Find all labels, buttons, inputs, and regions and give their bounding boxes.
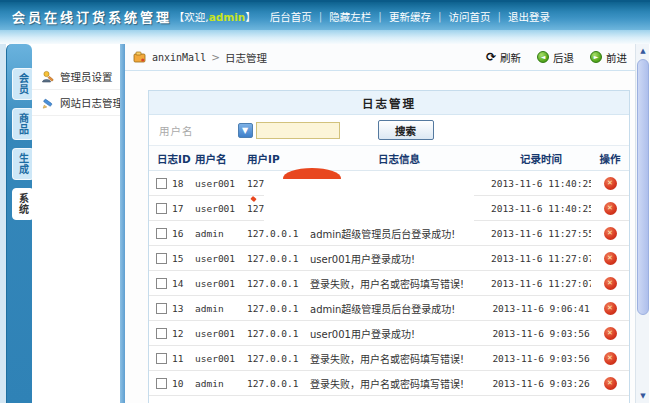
log-id: 13 — [172, 303, 183, 314]
table-row: 11 user001 127.0.0.1 登录失败，用户名或密码填写错误! 20… — [149, 346, 629, 371]
home-icon — [133, 51, 147, 64]
nav-link-update-cache[interactable]: 更新缓存 — [389, 9, 431, 24]
forward-icon: ► — [590, 51, 602, 63]
log-username: admin — [195, 303, 247, 314]
back-icon: ◄ — [537, 51, 549, 63]
row-checkbox[interactable] — [156, 378, 167, 389]
field-dropdown-button[interactable]: ▼ — [238, 123, 253, 138]
row-checkbox[interactable] — [156, 253, 167, 264]
log-record-time: 2013-11-6 9:03:56 — [491, 328, 591, 339]
scroll-up-arrow-icon[interactable]: ▲ — [637, 45, 649, 57]
welcome-username: admin — [209, 11, 246, 23]
top-nav: 【欢迎,admin】 后台首页 | 隐藏左栏 | 更新缓存 | 访问首页 | 退… — [174, 9, 650, 24]
breadcrumb-separator: > — [211, 51, 220, 63]
log-username: user001 — [195, 253, 247, 264]
delete-icon[interactable]: ✕ — [604, 352, 617, 365]
nav-link-logout[interactable]: 退出登录 — [508, 9, 550, 24]
delete-icon[interactable]: ✕ — [604, 327, 617, 340]
nav-separator: | — [319, 10, 323, 22]
menu-item-site-log-management[interactable]: 网站日志管理 — [32, 90, 120, 116]
col-header-log-info: 日志信息 — [307, 151, 491, 166]
log-message: user001用户登录成功! — [307, 251, 491, 266]
forward-button[interactable]: ► 前进 — [590, 50, 627, 65]
delete-icon[interactable]: ✕ — [604, 277, 617, 290]
top-bar: 会员在线订货系统管理 【欢迎,admin】 后台首页 | 隐藏左栏 | 更新缓存… — [0, 0, 650, 30]
vertical-scrollbar[interactable]: ▲ ▼ — [635, 44, 649, 403]
log-id: 11 — [172, 353, 183, 364]
log-record-time: 2013-11-6 9:03:56 — [491, 353, 591, 364]
site-log-pencil-icon — [41, 96, 55, 110]
col-header-user-ip: 用户IP — [247, 151, 307, 166]
back-button[interactable]: ◄ 后退 — [537, 50, 574, 65]
log-message: admin超级管理员后台登录成功! — [307, 226, 491, 241]
log-ip: 127.0.0.1 — [247, 228, 307, 239]
col-header-operation: 操作 — [591, 151, 629, 166]
row-checkbox[interactable] — [156, 303, 167, 314]
log-id: 16 — [172, 228, 183, 239]
delete-icon[interactable]: ✕ — [604, 177, 617, 190]
col-header-record-time: 记录时间 — [491, 151, 591, 166]
refresh-button[interactable]: ⟳ 刷新 — [486, 50, 521, 65]
log-record-time: 2013-11-6 9:03:26 — [491, 378, 591, 389]
log-username: user001 — [195, 278, 247, 289]
log-id: 17 — [172, 203, 183, 214]
log-management-panel: 日志管理 用户名 ▼ 搜索 日志ID 用户名 用户IP 日志信息 记录时间 操作… — [148, 90, 630, 403]
table-row: 16 admin 127.0.0.1 admin超级管理员后台登录成功! 201… — [149, 221, 629, 246]
log-username: user001 — [195, 178, 247, 189]
log-message: 登录失败，用户名或密码填写错误! — [307, 376, 491, 391]
username-field-label: 用户名 — [159, 123, 194, 138]
sidebar-tab-rail: 会员 商品 生成 系统 — [6, 44, 32, 403]
table-row: 14 user001 127.0.0.1 登录失败，用户名或密码填写错误! 20… — [149, 271, 629, 296]
row-checkbox[interactable] — [156, 328, 167, 339]
row-checkbox[interactable] — [156, 178, 167, 189]
menu-item-admin-settings[interactable]: 管理员设置 — [32, 64, 120, 90]
menu-item-label: 管理员设置 — [60, 69, 113, 84]
search-button[interactable]: 搜索 — [378, 120, 434, 140]
sidebar-tab-members[interactable]: 会员 — [12, 68, 34, 100]
table-row: 13 admin 127.0.0.1 admin超级管理员后台登录成功! 201… — [149, 296, 629, 321]
delete-icon[interactable]: ✕ — [604, 227, 617, 240]
log-ip: 127.0.0.1 — [247, 378, 307, 389]
log-ip: 127.0.0.1 — [247, 278, 307, 289]
nav-link-hide-sidebar[interactable]: 隐藏左栏 — [329, 9, 371, 24]
table-row: 15 user001 127.0.0.1 user001用户登录成功! 2013… — [149, 246, 629, 271]
breadcrumb-page: 日志管理 — [225, 50, 267, 65]
col-header-username: 用户名 — [195, 151, 247, 166]
welcome-text: 【欢迎,admin】 — [174, 9, 256, 24]
sidebar-tab-products[interactable]: 商品 — [12, 108, 34, 140]
delete-icon[interactable]: ✕ — [604, 202, 617, 215]
log-record-time: 2013-11-6 11:40:25 — [491, 178, 591, 189]
sidebar-tab-system[interactable]: 系统 — [12, 188, 34, 220]
log-username: user001 — [195, 203, 247, 214]
row-checkbox[interactable] — [156, 228, 167, 239]
nav-separator: | — [438, 10, 442, 22]
delete-icon[interactable]: ✕ — [604, 302, 617, 315]
sidebar-menu-panel: 管理员设置 网站日志管理 — [32, 44, 120, 403]
row-checkbox[interactable] — [156, 353, 167, 364]
nav-link-backend-home[interactable]: 后台首页 — [270, 9, 312, 24]
search-input[interactable] — [256, 122, 340, 139]
scrollbar-thumb[interactable] — [637, 59, 649, 315]
log-ip: 127.0.0.1 — [247, 328, 307, 339]
row-checkbox[interactable] — [156, 278, 167, 289]
header-fade-strip — [0, 30, 650, 44]
log-id: 15 — [172, 253, 183, 264]
log-ip: 127.0.0.1 — [247, 353, 307, 364]
table-row: 10 admin 127.0.0.1 登录失败，用户名或密码填写错误! 2013… — [149, 371, 629, 396]
log-username: user001 — [195, 353, 247, 364]
row-checkbox[interactable] — [156, 203, 167, 214]
breadcrumb-site[interactable]: anxinMall — [152, 52, 206, 63]
menu-item-label: 网站日志管理 — [60, 95, 123, 110]
delete-icon[interactable]: ✕ — [604, 252, 617, 265]
search-row: 用户名 ▼ 搜索 — [149, 115, 629, 146]
log-id: 12 — [172, 328, 183, 339]
delete-icon[interactable]: ✕ — [604, 377, 617, 390]
log-ip: 127.0.0.1 — [247, 253, 307, 264]
sidebar-tab-generate[interactable]: 生成 — [12, 148, 34, 180]
app-title: 会员在线订货系统管理 — [12, 7, 172, 26]
nav-link-visit-site[interactable]: 访问首页 — [448, 9, 490, 24]
scroll-down-arrow-icon[interactable]: ▼ — [637, 390, 649, 402]
log-ip: 127.0.0.1 — [247, 303, 307, 314]
table-header-row: 日志ID 用户名 用户IP 日志信息 记录时间 操作 — [149, 146, 629, 171]
log-id: 10 — [172, 378, 183, 389]
